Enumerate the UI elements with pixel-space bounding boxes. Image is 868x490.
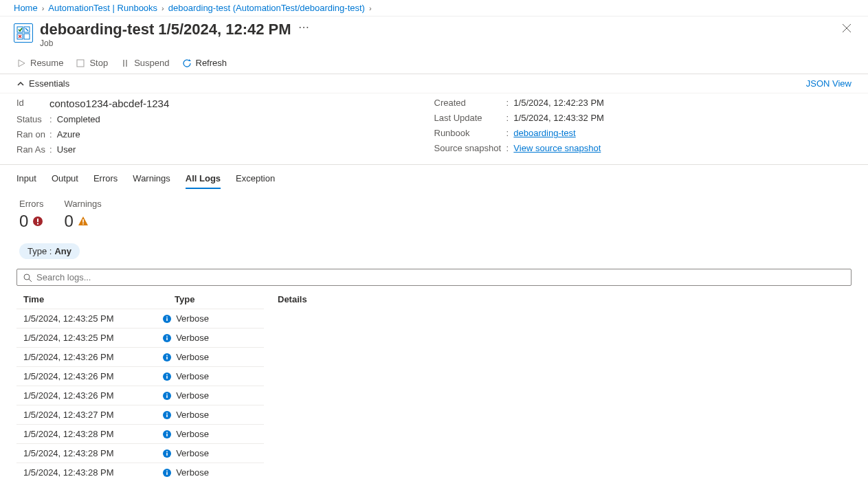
row-type: Verbose (162, 448, 257, 458)
stop-icon (76, 58, 85, 68)
error-badge-icon (32, 216, 43, 227)
svg-point-20 (24, 274, 30, 280)
info-icon (162, 391, 172, 401)
svg-rect-30 (166, 355, 168, 356)
search-logs-box[interactable] (16, 269, 852, 286)
close-button[interactable] (839, 21, 854, 36)
row-type: Verbose (162, 467, 257, 478)
lastupdate-value: 1/5/2024, 12:43:32 PM (513, 113, 604, 123)
tab-warnings[interactable]: Warnings (133, 173, 170, 189)
runbook-link[interactable]: deboarding-test (513, 128, 575, 138)
table-row[interactable]: 1/5/2024, 12:43:25 PMVerbose (16, 309, 264, 328)
table-header: Time Type Details (16, 290, 852, 309)
warnings-counter-value: 0 (64, 212, 73, 231)
svg-line-21 (29, 279, 32, 282)
row-type: Verbose (162, 429, 257, 439)
runbook-label: Runbook (434, 128, 507, 138)
col-time-header[interactable]: Time (23, 294, 175, 304)
page-header: deboarding-test 1/5/2024, 12:42 PM Job ⋯ (0, 16, 868, 52)
more-button[interactable]: ⋯ (298, 21, 309, 34)
table-row[interactable]: 1/5/2024, 12:43:28 PMVerbose (16, 424, 264, 443)
svg-rect-42 (166, 432, 168, 433)
type-filter-pill[interactable]: Type : Any (19, 243, 80, 259)
svg-rect-33 (166, 374, 168, 375)
info-icon (162, 372, 172, 381)
breadcrumb-runbook-detail[interactable]: deboarding-test (AutomationTest/deboardi… (168, 3, 365, 13)
svg-rect-32 (166, 376, 168, 379)
row-type: Verbose (162, 352, 257, 362)
row-time: 1/5/2024, 12:43:28 PM (23, 448, 162, 458)
svg-rect-16 (37, 223, 38, 225)
row-time: 1/5/2024, 12:43:26 PM (23, 352, 162, 362)
resume-label: Resume (30, 58, 63, 68)
col-details-header[interactable]: Details (278, 294, 845, 304)
col-type-header[interactable]: Type (175, 294, 278, 304)
row-type: Verbose (162, 333, 257, 343)
json-view-link[interactable]: JSON View (806, 78, 852, 89)
refresh-button[interactable]: Refresh (182, 58, 227, 68)
errors-counter-value: 0 (19, 212, 28, 231)
svg-rect-18 (82, 219, 84, 223)
table-row[interactable]: 1/5/2024, 12:43:26 PMVerbose (16, 347, 264, 366)
table-row[interactable]: 1/5/2024, 12:43:26 PMVerbose (16, 366, 264, 386)
svg-marker-9 (19, 60, 25, 67)
table-row[interactable]: 1/5/2024, 12:43:26 PMVerbose (16, 386, 264, 405)
svg-rect-15 (37, 219, 38, 222)
svg-rect-24 (166, 316, 168, 318)
essentials-label: Essentials (29, 78, 69, 89)
stop-button[interactable]: Stop (76, 58, 108, 68)
colon: : (49, 144, 57, 155)
id-label: Id (16, 98, 49, 109)
snapshot-link[interactable]: View source snapshot (513, 143, 601, 153)
info-icon (162, 333, 172, 343)
svg-rect-35 (166, 395, 168, 398)
colon: : (49, 114, 57, 124)
table-row[interactable]: 1/5/2024, 12:43:25 PMVerbose (16, 328, 264, 347)
svg-rect-19 (82, 223, 84, 225)
refresh-label: Refresh (196, 58, 227, 68)
tab-all-logs[interactable]: All Logs (186, 173, 221, 189)
row-time: 1/5/2024, 12:43:27 PM (23, 410, 162, 420)
row-time: 1/5/2024, 12:43:26 PM (23, 371, 162, 381)
suspend-button[interactable]: Suspend (120, 58, 169, 68)
tab-output[interactable]: Output (52, 173, 78, 189)
search-icon (23, 273, 32, 282)
tab-exception[interactable]: Exception (236, 173, 275, 189)
info-icon (162, 314, 172, 324)
tabs: Input Output Errors Warnings All Logs Ex… (0, 165, 868, 189)
row-time: 1/5/2024, 12:43:28 PM (23, 429, 162, 439)
breadcrumb-home[interactable]: Home (14, 3, 38, 13)
svg-rect-36 (166, 393, 168, 394)
resume-button[interactable]: Resume (16, 58, 63, 68)
colon: : (507, 113, 514, 123)
colon: : (49, 129, 57, 140)
row-type: Verbose (162, 390, 257, 401)
svg-rect-27 (166, 335, 168, 337)
ranon-value: Azure (57, 129, 80, 140)
tab-input[interactable]: Input (16, 173, 36, 189)
breadcrumb: Home › AutomationTest | Runbooks › deboa… (0, 0, 868, 16)
colon: : (507, 143, 514, 153)
id-value: contoso1234-abcdef-1234 (49, 98, 169, 109)
svg-rect-44 (166, 453, 168, 456)
breadcrumb-runbooks[interactable]: AutomationTest | Runbooks (48, 3, 157, 13)
logs-table: Time Type Details 1/5/2024, 12:43:25 PMV… (0, 290, 868, 482)
info-icon (162, 410, 172, 420)
errors-counter: Errors 0 (19, 199, 43, 231)
essentials-toggle[interactable]: Essentials (16, 78, 69, 89)
table-row[interactable]: 1/5/2024, 12:43:28 PMVerbose (16, 443, 264, 463)
search-input[interactable] (36, 272, 845, 282)
table-row[interactable]: 1/5/2024, 12:43:27 PMVerbose (16, 405, 264, 424)
info-icon (162, 449, 172, 458)
type-filter-label: Type : (27, 246, 52, 256)
stop-label: Stop (89, 58, 108, 68)
tab-errors[interactable]: Errors (93, 173, 118, 189)
warning-badge-icon (78, 216, 89, 227)
table-row[interactable]: 1/5/2024, 12:43:28 PMVerbose (16, 463, 264, 482)
svg-line-4 (25, 28, 28, 31)
warnings-counter: Warnings 0 (64, 199, 101, 231)
chevron-right-icon: › (42, 4, 45, 12)
svg-rect-29 (166, 357, 168, 359)
svg-rect-48 (166, 470, 168, 471)
row-type: Verbose (162, 410, 257, 420)
